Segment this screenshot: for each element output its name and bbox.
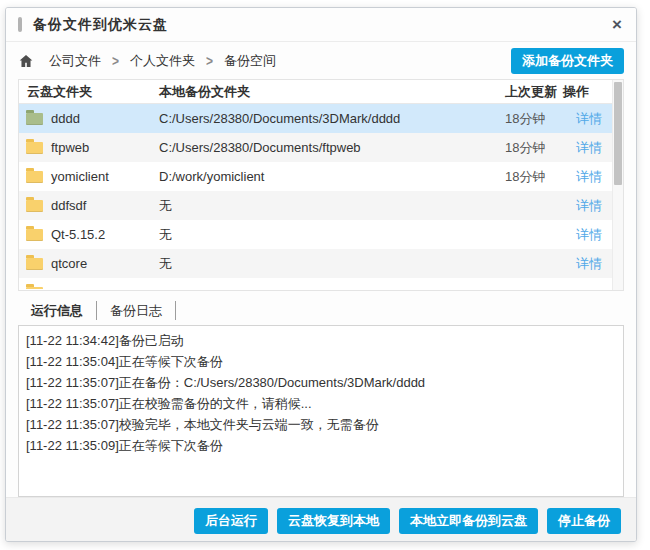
folder-icon (26, 113, 43, 125)
cloud-folder-name: Qt-5.15.2 (51, 227, 105, 242)
table-scrollbar[interactable] (612, 80, 623, 290)
tab[interactable]: 运行信息 (18, 301, 97, 320)
local-folder-path: C:/Users/28380/Documents/3DMark/dddd (159, 111, 505, 126)
title-bar: 备份文件到优米云盘 × (6, 8, 636, 42)
column-header-last-updated: 上次更新 (505, 83, 563, 101)
log-line: [11-22 11:35:07]校验完毕，本地文件夹与云端一致，无需备份 (26, 414, 616, 435)
folder-icon (26, 287, 43, 290)
last-updated: 18分钟 (505, 110, 563, 128)
table-row[interactable]: ftpweb C:/Users/28380/Documents/ftpweb 1… (19, 133, 623, 162)
chevron-right-icon: > (112, 52, 119, 69)
scrollbar-thumb[interactable] (614, 82, 622, 185)
table-row[interactable]: yomiclient D:/work/yomiclient 18分钟 详情 (19, 162, 623, 191)
breadcrumb: 公司文件 > 个人文件夹 > 备份空间 (44, 52, 281, 70)
page-background: 备份文件到优米云盘 × 公司文件 > 个人文件夹 > 备份空间 添加备份文件夹 (0, 0, 650, 550)
breadcrumb-item[interactable]: 备份空间 (224, 52, 276, 70)
add-backup-folder-button[interactable]: 添加备份文件夹 (511, 48, 624, 74)
detail-link[interactable]: 详情 (576, 140, 602, 155)
footer-action-button[interactable]: 本地立即备份到云盘 (399, 508, 538, 534)
log-line: [11-22 11:35:04]正在等候下次备份 (26, 351, 616, 372)
log-output[interactable]: [11-22 11:34:42]备份已启动 [11-22 11:35:04]正在… (18, 325, 624, 497)
detail-link[interactable]: 详情 (576, 198, 602, 213)
detail-link[interactable]: 详情 (576, 256, 602, 271)
local-folder-path: C:/Users/28380/Documents/ftpweb (159, 140, 505, 155)
footer-action-button[interactable]: 后台运行 (194, 508, 268, 534)
cloud-folder-name: qtcore (51, 256, 87, 271)
folder-icon (26, 142, 43, 154)
detail-link[interactable]: 详情 (576, 227, 602, 242)
table-row[interactable]: dddd C:/Users/28380/Documents/3DMark/ddd… (19, 104, 623, 133)
log-line: [11-22 11:34:42]备份已启动 (26, 330, 616, 351)
home-icon[interactable] (18, 53, 34, 69)
folder-icon (26, 258, 43, 270)
local-folder-path: 无 (159, 197, 505, 215)
chevron-right-icon: > (206, 52, 213, 69)
backup-folders-table: 云盘文件夹 本地备份文件夹 上次更新 操作 dddd C:/Users/2838… (18, 79, 624, 291)
last-updated: 18分钟 (505, 168, 563, 186)
folder-icon (26, 229, 43, 241)
breadcrumb-item[interactable]: 个人文件夹 (130, 52, 195, 70)
cloud-folder-name: dddd (51, 111, 80, 126)
local-folder-path: D:/work/yomiclient (159, 169, 505, 184)
column-header-action: 操作 (563, 83, 609, 101)
table-row[interactable]: qtcore 无 详情 (19, 249, 623, 278)
detail-link[interactable]: 详情 (576, 169, 602, 184)
title-accent-bar (18, 17, 22, 32)
table-row[interactable]: ddfsdf 无 详情 (19, 191, 623, 220)
cloud-folder-name: yomiclient (51, 169, 109, 184)
log-line: [11-22 11:35:07]正在校验需备份的文件，请稍候... (26, 393, 616, 414)
folder-icon (26, 200, 43, 212)
tabs-bar: 运行信息 备份日志 (18, 299, 624, 321)
local-folder-path: 无 (159, 226, 505, 244)
cloud-folder-name: ddfsdf (51, 198, 86, 213)
table-row-partial (19, 278, 623, 289)
table-header-row: 云盘文件夹 本地备份文件夹 上次更新 操作 (19, 80, 623, 104)
column-header-cloud-folder: 云盘文件夹 (19, 83, 159, 101)
tab[interactable]: 备份日志 (97, 301, 176, 320)
detail-link[interactable]: 详情 (576, 111, 602, 126)
breadcrumb-item[interactable]: 公司文件 (49, 52, 101, 70)
log-line: [11-22 11:35:07]正在备份：C:/Users/28380/Docu… (26, 372, 616, 393)
table-body: dddd C:/Users/28380/Documents/3DMark/ddd… (19, 104, 623, 278)
close-icon[interactable]: × (612, 16, 622, 33)
cloud-folder-name: ftpweb (51, 140, 89, 155)
footer-action-button[interactable]: 停止备份 (547, 508, 621, 534)
column-header-local-folder: 本地备份文件夹 (159, 83, 505, 101)
folder-icon (26, 171, 43, 183)
log-line: [11-22 11:35:09]正在等候下次备份 (26, 435, 616, 456)
backup-dialog-window: 备份文件到优米云盘 × 公司文件 > 个人文件夹 > 备份空间 添加备份文件夹 (5, 7, 637, 542)
last-updated: 18分钟 (505, 139, 563, 157)
dialog-title: 备份文件到优米云盘 (33, 16, 168, 34)
table-row[interactable]: Qt-5.15.2 无 详情 (19, 220, 623, 249)
footer-action-button[interactable]: 云盘恢复到本地 (277, 508, 390, 534)
footer-bar: 后台运行 云盘恢复到本地 本地立即备份到云盘 停止备份 (6, 497, 636, 542)
breadcrumb-bar: 公司文件 > 个人文件夹 > 备份空间 添加备份文件夹 (6, 42, 636, 79)
local-folder-path: 无 (159, 255, 505, 273)
